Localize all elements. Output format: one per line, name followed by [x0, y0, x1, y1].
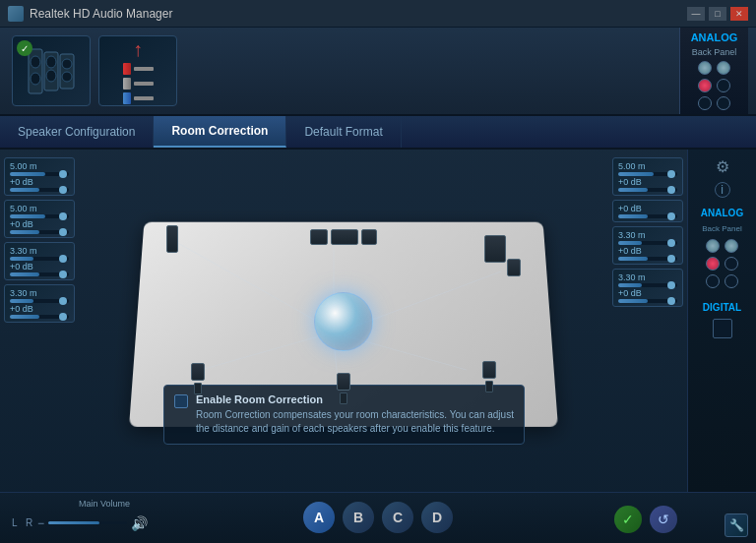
- left-dist-4[interactable]: 3.30 m: [10, 288, 69, 298]
- right-slider-1: 5.00 m +0 dB: [612, 157, 683, 196]
- right-sliders-panel: 5.00 m +0 dB +0 dB 3.30 m +0 dB 3.30 m +…: [608, 150, 687, 492]
- bottombar: Main Volume L R − 🔊 A B C D ✓ ↺ 🔧: [0, 492, 756, 543]
- right-jack-dark-2[interactable]: [706, 274, 720, 288]
- right-dist-3[interactable]: 3.30 m: [618, 230, 677, 240]
- right-jack-red[interactable]: [706, 257, 720, 271]
- enable-room-correction-checkbox[interactable]: [174, 394, 188, 408]
- left-dist-1[interactable]: 5.00 m: [10, 161, 69, 171]
- content-area: 5.00 m +0 dB 5.00 m +0 dB 3.30 m +0 dB 3…: [0, 150, 756, 492]
- plug-graphic: [123, 63, 154, 104]
- left-dist-3[interactable]: 3.30 m: [10, 246, 69, 256]
- speaker-surround-right[interactable]: [482, 361, 496, 392]
- window-title: Realtek HD Audio Manager: [30, 7, 172, 21]
- left-channel-label: L: [12, 517, 20, 528]
- right-dist-1[interactable]: 5.00 m: [618, 161, 677, 171]
- speaker-rear-center[interactable]: [337, 373, 350, 404]
- svg-point-7: [62, 59, 72, 69]
- volume-minus-icon[interactable]: −: [37, 516, 44, 530]
- info-description: Room Correction compensates your room ch…: [196, 408, 514, 436]
- device-icon-2[interactable]: ↑: [98, 35, 177, 106]
- svg-point-4: [46, 56, 56, 68]
- jack-dark-1[interactable]: [717, 79, 730, 92]
- speaker-rear-right[interactable]: [507, 259, 521, 276]
- volume-controls: L R − 🔊: [12, 515, 148, 531]
- analog-label: ANALOG: [691, 31, 738, 43]
- speaker-center[interactable]: [310, 229, 377, 245]
- crystal-ball: [314, 292, 373, 351]
- speaker-svg: [27, 44, 76, 98]
- left-gain-2[interactable]: +0 dB: [10, 219, 69, 229]
- titlebar: Realtek HD Audio Manager — □ ✕: [0, 0, 756, 28]
- viz-area: Enable Room Correction Room Correction c…: [79, 150, 608, 492]
- analog-sublabel: Back Panel: [692, 47, 737, 57]
- left-slider-1: 5.00 m +0 dB: [4, 157, 75, 196]
- titlebar-controls: — □ ✕: [687, 7, 748, 21]
- jack-row-1: [698, 61, 730, 75]
- left-gain-1[interactable]: +0 dB: [10, 177, 69, 187]
- jack-dark-2[interactable]: [698, 96, 712, 110]
- rotate-button[interactable]: ↺: [650, 506, 677, 533]
- left-sliders-panel: 5.00 m +0 dB 5.00 m +0 dB 3.30 m +0 dB 3…: [0, 150, 79, 492]
- profile-b-button[interactable]: B: [343, 502, 374, 533]
- analog-section-sub: Back Panel: [702, 224, 741, 233]
- right-jack-dark-3[interactable]: [724, 274, 738, 288]
- device-check: ✓: [17, 40, 32, 56]
- svg-point-1: [31, 56, 40, 68]
- jack-red[interactable]: [698, 79, 712, 92]
- tab-room-correction[interactable]: Room Correction: [154, 116, 286, 148]
- analog-panel: ANALOG Back Panel: [679, 28, 748, 114]
- volume-label: Main Volume: [79, 499, 130, 509]
- right-dist-4[interactable]: 3.30 m: [618, 272, 677, 282]
- speaker-surround-left[interactable]: [191, 363, 205, 394]
- digital-label: DIGITAL: [703, 302, 741, 313]
- volume-track[interactable]: [48, 521, 127, 524]
- left-slider-4: 3.30 m +0 dB: [4, 284, 75, 323]
- close-button[interactable]: ✕: [730, 7, 748, 21]
- right-jack-gray-1[interactable]: [706, 239, 720, 253]
- right-dist-2[interactable]: +0 dB: [618, 204, 677, 213]
- right-gain-4[interactable]: +0 dB: [618, 288, 677, 298]
- info-text: Enable Room Correction Room Correction c…: [196, 393, 514, 436]
- maximize-button[interactable]: □: [709, 7, 726, 21]
- right-slider-2: +0 dB: [612, 200, 683, 222]
- jack-gray-1[interactable]: [698, 61, 712, 75]
- wrench-icon: 🔧: [729, 518, 744, 532]
- jack-group: [680, 61, 748, 110]
- jack-gray-2[interactable]: [717, 61, 730, 75]
- device-icon-1[interactable]: ✓: [12, 35, 91, 106]
- profile-a-button[interactable]: A: [303, 502, 335, 533]
- speaker-front-left[interactable]: [166, 225, 178, 253]
- up-arrow-icon: ↑: [133, 38, 143, 61]
- info-title: Enable Room Correction: [196, 393, 514, 405]
- tab-speaker-configuration[interactable]: Speaker Configuration: [0, 116, 154, 148]
- analog-section-label: ANALOG: [701, 208, 743, 218]
- right-slider-4: 3.30 m +0 dB: [612, 269, 683, 307]
- right-jack-dark-1[interactable]: [724, 257, 738, 271]
- tab-default-format[interactable]: Default Format: [286, 116, 401, 148]
- speaker-front-right[interactable]: [484, 235, 506, 263]
- confirm-button[interactable]: ✓: [614, 506, 642, 533]
- settings-wrench-button[interactable]: 🔧: [724, 513, 748, 537]
- jack-dark-3[interactable]: [717, 96, 730, 110]
- right-gain-1[interactable]: +0 dB: [618, 177, 677, 187]
- profile-d-button[interactable]: D: [421, 502, 453, 533]
- right-gain-3[interactable]: +0 dB: [618, 246, 677, 256]
- right-jack-group: [692, 239, 752, 288]
- right-channel-label: R: [26, 517, 33, 528]
- left-dist-2[interactable]: 5.00 m: [10, 204, 69, 213]
- svg-point-2: [31, 73, 40, 85]
- info-icon-right[interactable]: i: [715, 182, 730, 198]
- volume-up-icon[interactable]: 🔊: [131, 515, 148, 531]
- right-slider-3: 3.30 m +0 dB: [612, 226, 683, 265]
- action-buttons: ✓ ↺: [614, 506, 677, 533]
- digital-port[interactable]: [713, 319, 732, 338]
- right-jack-gray-2[interactable]: [724, 239, 738, 253]
- volume-fill: [48, 521, 99, 524]
- left-gain-3[interactable]: +0 dB: [10, 262, 69, 272]
- jack-row-2: [698, 79, 730, 92]
- profile-c-button[interactable]: C: [382, 502, 413, 533]
- gear-icon-right[interactable]: ⚙: [716, 157, 729, 176]
- main-container: ✓ ↑: [0, 28, 756, 543]
- left-gain-4[interactable]: +0 dB: [10, 304, 69, 314]
- minimize-button[interactable]: —: [687, 7, 705, 21]
